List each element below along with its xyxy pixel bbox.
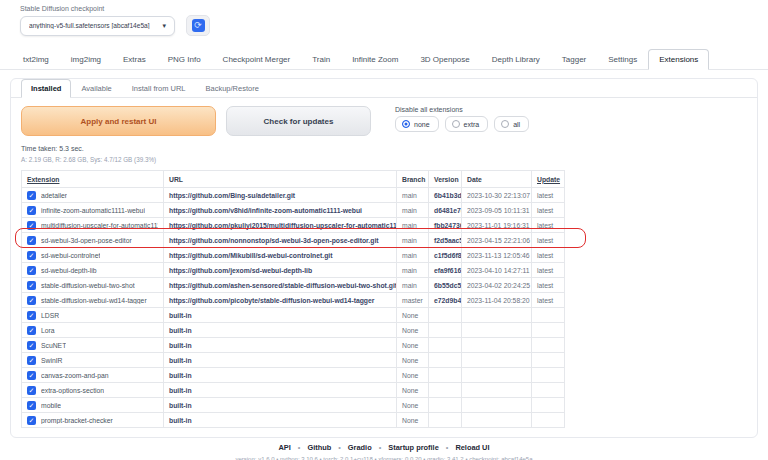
update-cell: latest bbox=[532, 248, 565, 263]
extension-url-link[interactable]: https://github.com/Bing-su/adetailer.git bbox=[164, 188, 397, 203]
extension-name: multidiffusion-upscaler-for-automatic111… bbox=[41, 222, 158, 229]
radio-option-extra[interactable]: extra bbox=[445, 116, 489, 132]
extension-cell: ✓multidiffusion-upscaler-for-automatic11… bbox=[22, 218, 164, 233]
footer-separator: • bbox=[334, 443, 345, 452]
footer-link-reload-ui[interactable]: Reload UI bbox=[452, 443, 492, 452]
tab-depth-library[interactable]: Depth Library bbox=[481, 49, 551, 70]
extension-cell: ✓sd-webui-3d-open-pose-editor bbox=[22, 233, 164, 248]
extension-url-link[interactable]: https://github.com/nonnonstop/sd-webui-3… bbox=[164, 233, 397, 248]
update-cell bbox=[532, 308, 565, 323]
version-cell: f2d5aac5 bbox=[429, 233, 462, 248]
tab-settings[interactable]: Settings bbox=[597, 49, 648, 70]
builtin-label: built-in bbox=[164, 413, 397, 428]
extension-checkbox[interactable]: ✓ bbox=[27, 356, 36, 365]
extension-cell: ✓sd-webui-controlnet bbox=[22, 248, 164, 263]
sub-tab-installed[interactable]: Installed bbox=[21, 79, 71, 98]
extension-checkbox[interactable]: ✓ bbox=[27, 206, 36, 215]
extension-checkbox[interactable]: ✓ bbox=[27, 191, 36, 200]
footer-separator: • bbox=[375, 443, 386, 452]
disable-extensions-radio-group: noneextraall bbox=[395, 116, 529, 132]
extension-cell: ✓stable-diffusion-webui-two-shot bbox=[22, 278, 164, 293]
radio-circle-icon bbox=[501, 120, 509, 128]
branch-cell: None bbox=[397, 323, 429, 338]
sub-tab-install-from-url[interactable]: Install from URL bbox=[122, 79, 196, 98]
column-header-date: Date bbox=[467, 176, 482, 183]
branch-cell: None bbox=[397, 398, 429, 413]
actions-row: Apply and restart UI Check for updates D… bbox=[21, 106, 747, 136]
date-cell bbox=[462, 353, 532, 368]
sub-tab-available[interactable]: Available bbox=[71, 79, 121, 98]
disable-extensions-label: Disable all extensions bbox=[395, 106, 529, 113]
table-row: ✓extra-options-sectionbuilt-inNone bbox=[22, 383, 565, 398]
extension-url-link[interactable]: https://github.com/v8hid/infinite-zoom-a… bbox=[164, 203, 397, 218]
extension-checkbox[interactable]: ✓ bbox=[27, 236, 36, 245]
radio-circle-icon bbox=[452, 120, 460, 128]
tab-tagger[interactable]: Tagger bbox=[551, 49, 597, 70]
apply-restart-button[interactable]: Apply and restart UI bbox=[21, 106, 216, 136]
extension-url-link[interactable]: https://github.com/ashen-sensored/stable… bbox=[164, 278, 397, 293]
version-cell: 6b41b3db bbox=[429, 188, 462, 203]
extension-checkbox[interactable]: ✓ bbox=[27, 386, 36, 395]
radio-option-label: none bbox=[414, 121, 430, 128]
branch-cell: None bbox=[397, 353, 429, 368]
update-cell bbox=[532, 368, 565, 383]
extension-checkbox[interactable]: ✓ bbox=[27, 251, 36, 260]
tab-img2img[interactable]: img2img bbox=[60, 49, 112, 70]
refresh-checkpoint-button[interactable]: ⟳ bbox=[186, 15, 210, 36]
tab-train[interactable]: Train bbox=[301, 49, 341, 70]
branch-cell: main bbox=[397, 188, 429, 203]
version-cell bbox=[429, 368, 462, 383]
footer-link-api[interactable]: API bbox=[276, 443, 294, 452]
radio-option-all[interactable]: all bbox=[494, 116, 529, 132]
table-row: ✓multidiffusion-upscaler-for-automatic11… bbox=[22, 218, 565, 233]
tab-checkpoint-merger[interactable]: Checkpoint Merger bbox=[212, 49, 302, 70]
table-row: ✓stable-diffusion-webui-two-shothttps://… bbox=[22, 278, 565, 293]
memory-usage-text: A: 2.19 GB, R: 2.68 GB, Sys: 4.7/12 GB (… bbox=[21, 156, 747, 163]
column-header-version: Version bbox=[434, 176, 459, 183]
version-cell bbox=[429, 383, 462, 398]
extension-name: infinite-zoom-automatic1111-webui bbox=[41, 207, 145, 214]
update-cell bbox=[532, 353, 565, 368]
builtin-label: built-in bbox=[164, 383, 397, 398]
extension-cell: ✓extra-options-section bbox=[22, 383, 164, 398]
tab-txt2img[interactable]: txt2img bbox=[12, 49, 60, 70]
extension-url-link[interactable]: https://github.com/pkuliyi2015/multidiff… bbox=[164, 218, 397, 233]
tab-infinite-zoom[interactable]: Infinite Zoom bbox=[341, 49, 409, 70]
table-header-cell: Date bbox=[462, 171, 532, 188]
version-cell: 6b55dc52 bbox=[429, 278, 462, 293]
extension-checkbox[interactable]: ✓ bbox=[27, 401, 36, 410]
extension-url-link[interactable]: https://github.com/jexom/sd-webui-depth-… bbox=[164, 263, 397, 278]
extension-url-link[interactable]: https://github.com/Mikubill/sd-webui-con… bbox=[164, 248, 397, 263]
tab-png-info[interactable]: PNG Info bbox=[157, 49, 212, 70]
sub-tab-backup-restore[interactable]: Backup/Restore bbox=[196, 79, 269, 98]
builtin-label: built-in bbox=[164, 308, 397, 323]
extension-checkbox[interactable]: ✓ bbox=[27, 371, 36, 380]
checkpoint-dropdown-value: anything-v5-full.safetensors [abcaf14e5a… bbox=[29, 22, 150, 29]
extension-checkbox[interactable]: ✓ bbox=[27, 296, 36, 305]
footer-link-startup-profile[interactable]: Startup profile bbox=[385, 443, 442, 452]
extension-checkbox[interactable]: ✓ bbox=[27, 221, 36, 230]
checkpoint-dropdown[interactable]: anything-v5-full.safetensors [abcaf14e5a… bbox=[20, 16, 175, 36]
extension-checkbox[interactable]: ✓ bbox=[27, 281, 36, 290]
extension-name: SwinIR bbox=[41, 357, 63, 364]
main-tab-bar: txt2imgimg2imgExtrasPNG InfoCheckpoint M… bbox=[0, 49, 768, 70]
table-row: ✓stable-diffusion-webui-wd14-taggerhttps… bbox=[22, 293, 565, 308]
date-cell bbox=[462, 413, 532, 428]
extension-name: mobile bbox=[41, 402, 61, 409]
extension-checkbox[interactable]: ✓ bbox=[27, 311, 36, 320]
extension-checkbox[interactable]: ✓ bbox=[27, 266, 36, 275]
extension-cell: ✓Lora bbox=[22, 323, 164, 338]
extension-url-link[interactable]: https://github.com/picobyte/stable-diffu… bbox=[164, 293, 397, 308]
extension-checkbox[interactable]: ✓ bbox=[27, 341, 36, 350]
tab-extras[interactable]: Extras bbox=[112, 49, 157, 70]
footer-link-gradio[interactable]: Gradio bbox=[345, 443, 375, 452]
footer-link-github[interactable]: Github bbox=[304, 443, 334, 452]
extension-checkbox[interactable]: ✓ bbox=[27, 326, 36, 335]
radio-option-none[interactable]: none bbox=[395, 116, 439, 132]
builtin-label: built-in bbox=[164, 323, 397, 338]
tab-3d-openpose[interactable]: 3D Openpose bbox=[409, 49, 480, 70]
check-updates-button[interactable]: Check for updates bbox=[226, 106, 371, 136]
tab-extensions[interactable]: Extensions bbox=[648, 49, 709, 70]
extension-checkbox[interactable]: ✓ bbox=[27, 416, 36, 425]
version-info: version: v1.6.0 • python: 3.10.6 • torch… bbox=[0, 456, 768, 460]
